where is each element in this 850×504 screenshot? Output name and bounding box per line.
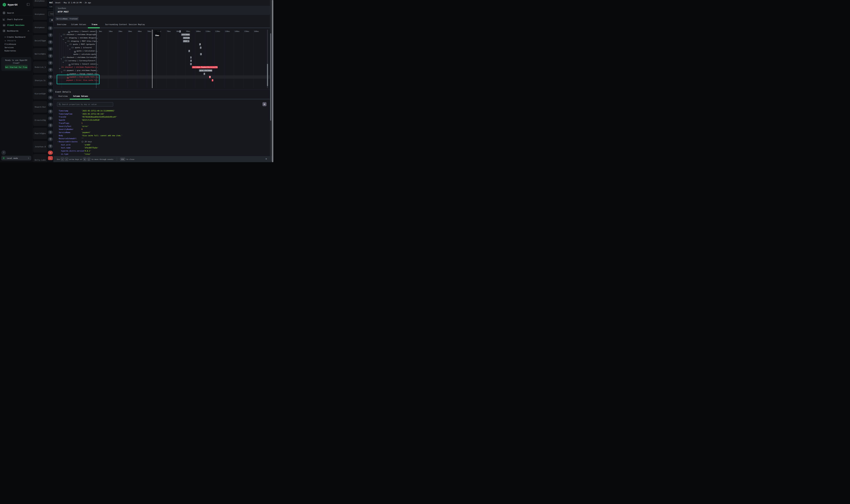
kv-value[interactable]: "payment" xyxy=(82,131,91,133)
create-dashboard-button[interactable]: + Create Dashboard xyxy=(4,36,25,38)
close-icon[interactable]: × xyxy=(266,157,267,160)
kv-value[interactable]: "error" xyxy=(82,125,89,127)
get-started-button[interactable]: Get Started for Free xyxy=(5,65,28,69)
panel-scrollbar[interactable] xyxy=(270,0,271,162)
session-card[interactable]: Anonymous xyxy=(33,8,47,20)
location-pin-button[interactable] xyxy=(48,95,53,100)
location-pin-button[interactable] xyxy=(48,103,53,107)
location-pin-button[interactable] xyxy=(48,61,53,65)
kv-key[interactable]: TraceFlags xyxy=(59,122,69,124)
kv-key[interactable]: Body xyxy=(59,134,63,137)
sidebar-item-dashboards[interactable]: Dashboards xyxy=(0,29,33,33)
session-card[interactable]: Dolly.Lubo xyxy=(33,154,47,162)
kv-key[interactable]: hyperdx.distro.version xyxy=(61,150,84,152)
sidebar-item-client-sessions[interactable]: Client Sessions xyxy=(0,23,33,28)
kv-value[interactable]: "021fcfc15c1e9528" xyxy=(82,119,100,121)
kv-key[interactable]: TimestampTime xyxy=(59,113,72,115)
kv-value[interactable]: 1 xyxy=(82,122,83,124)
kv-value[interactable]: "2025-05-15T12:40:14Z" xyxy=(82,113,105,115)
location-pin-button[interactable] xyxy=(48,130,53,134)
hidden-search-input[interactable]: Sea xyxy=(48,12,53,16)
expander-icon[interactable]: ▾ xyxy=(57,141,58,143)
session-card[interactable]: Shaniya.Sc xyxy=(33,75,47,86)
kbd-k: k xyxy=(83,158,86,161)
location-pin-button[interactable] xyxy=(48,54,53,58)
kv-value[interactable]: "2025-05-15T12:40:14.511000000Z" xyxy=(82,110,115,112)
session-card-label: Kieran92@h xyxy=(35,93,46,95)
app-root: ⚡ HyperDX Search Chart Explorer Client S… xyxy=(0,0,273,162)
browser-scrollbar-thumb[interactable] xyxy=(272,0,273,162)
location-pin-icon xyxy=(49,55,52,57)
kv-value[interactable]: "Visa cache full: cannot add new item." xyxy=(82,134,123,137)
user-avatar: U xyxy=(2,157,5,160)
kv-value-text: {} 20 keys xyxy=(82,141,92,143)
sidebar-item-kubernetes[interactable]: Kubernetes xyxy=(4,50,16,52)
sidebar-item-chart-explorer[interactable]: Chart Explorer xyxy=(0,17,33,22)
collapse-sidebar-icon[interactable] xyxy=(27,3,30,6)
help-button[interactable]: ? xyxy=(1,150,6,155)
kv-value[interactable]: "3fbc80775a5e" xyxy=(84,147,98,149)
location-pin-button[interactable] xyxy=(48,40,53,44)
location-pin-button[interactable] xyxy=(48,89,53,93)
location-pin-button[interactable] xyxy=(48,26,53,30)
local-mode-button[interactable]: U Local mode xyxy=(1,156,31,160)
presets-toggle[interactable]: PRESETS xyxy=(4,40,16,42)
browser-scrollbar[interactable] xyxy=(272,0,273,162)
kv-key[interactable]: host.arch xyxy=(61,144,70,146)
location-pin-icon xyxy=(49,41,52,43)
kv-value[interactable]: "" xyxy=(82,138,84,140)
location-pin-icon xyxy=(49,138,52,140)
column-values-table: Timestamp"2025-05-15T12:40:14.511000000Z… xyxy=(54,0,270,156)
session-card[interactable]: Anonymous xyxy=(33,0,47,7)
session-card[interactable]: Jonathan.B xyxy=(33,141,47,152)
kv-key[interactable]: SeverityText xyxy=(59,125,71,127)
kv-value-text: payment xyxy=(83,131,90,133)
location-pin-button[interactable] xyxy=(48,47,53,51)
kv-key[interactable]: TraceId xyxy=(59,116,66,118)
footer-text: to move through events xyxy=(91,158,113,160)
location-pin-button[interactable] xyxy=(48,123,53,127)
kv-key[interactable]: host.name xyxy=(61,147,70,149)
swap-icon[interactable]: ⇄ xyxy=(48,151,53,155)
location-pin-button[interactable] xyxy=(48,33,53,37)
session-card[interactable]: Howard.Run xyxy=(33,101,47,113)
sidebar-item-clickhouse[interactable]: Clickhouse xyxy=(4,43,16,46)
kv-value[interactable]: "linux" xyxy=(84,153,91,155)
kv-value-text: 1 xyxy=(82,122,83,124)
session-card[interactable]: Roderick_S xyxy=(33,61,47,73)
kv-value[interactable]: "0.8.1" xyxy=(84,150,91,152)
kv-value[interactable]: "957362828baa84dc02d95a4e6e99ca4f" xyxy=(82,116,117,118)
kv-value-text: 957362828baa84dc02d95a4e6e99ca4f xyxy=(83,116,116,118)
location-pin-button[interactable] xyxy=(48,109,53,113)
kv-key[interactable]: ResourceSchemaUrl xyxy=(59,138,76,140)
session-card[interactable]: Deion37@gm xyxy=(33,35,47,47)
kv-value[interactable]: "arm64" xyxy=(84,144,91,146)
kv-key[interactable]: SeverityNumber xyxy=(59,128,73,130)
sidebar-item-search[interactable]: Search xyxy=(0,11,33,15)
session-card[interactable]: Pearl43@ho xyxy=(33,128,47,139)
kv-value[interactable]: {} 20 keys xyxy=(82,141,92,143)
location-pin-button[interactable] xyxy=(48,68,53,72)
kv-key[interactable]: os.type xyxy=(61,153,68,155)
document-icon xyxy=(3,12,5,14)
kv-value[interactable]: 0 xyxy=(82,128,83,130)
panel-scrollbar-thumb[interactable] xyxy=(270,33,271,121)
location-pin-button[interactable] xyxy=(48,116,53,120)
session-card[interactable]: Kieran92@h xyxy=(33,88,47,100)
session-card[interactable]: Anonymous xyxy=(33,22,47,33)
kv-key[interactable]: ResourceAttributes xyxy=(59,141,78,143)
hidden-button[interactable]: H xyxy=(49,18,53,22)
terminal-icon[interactable]: >_ xyxy=(48,156,53,160)
kv-key[interactable]: Timestamp xyxy=(59,110,68,112)
kv-key[interactable]: ServiceName xyxy=(59,131,70,133)
kv-key[interactable]: SpanId xyxy=(59,119,65,121)
location-pin-button[interactable] xyxy=(48,75,53,79)
location-pin-button[interactable] xyxy=(48,137,53,141)
chevron-up-icon xyxy=(28,30,29,32)
session-card[interactable]: Ernesto33@ xyxy=(33,114,47,126)
sidebar-item-services[interactable]: Services xyxy=(4,47,14,49)
location-pin-button[interactable] xyxy=(48,82,53,86)
session-card[interactable]: Walton9@ho xyxy=(33,48,47,60)
location-pin-icon xyxy=(49,103,52,106)
location-pin-button[interactable] xyxy=(48,144,53,148)
